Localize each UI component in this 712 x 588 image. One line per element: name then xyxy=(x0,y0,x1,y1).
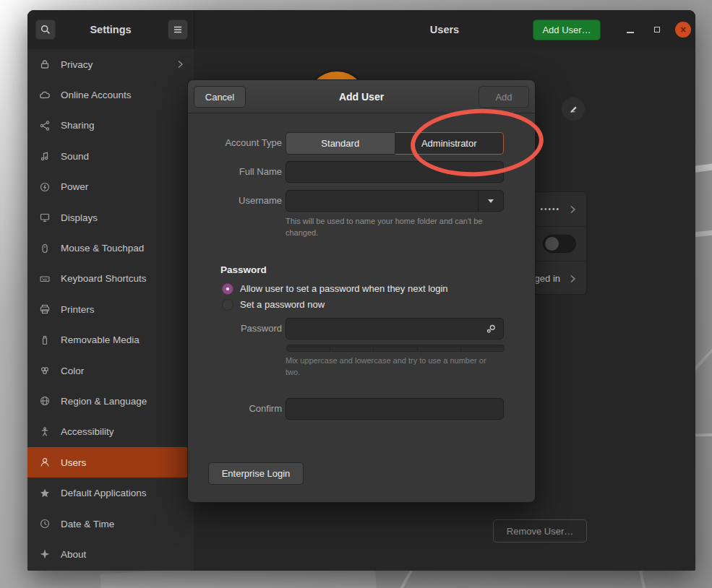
close-button[interactable]: × xyxy=(675,22,691,38)
password-label: Password xyxy=(188,318,282,340)
globe-icon xyxy=(39,395,51,407)
sidebar-item-about[interactable]: About xyxy=(27,539,194,569)
display-icon xyxy=(39,212,51,223)
search-icon xyxy=(40,24,51,35)
add-user-dialog: Add User Cancel Add Account Type Standar… xyxy=(187,79,536,503)
sidebar-item-privacy[interactable]: Privacy xyxy=(27,49,194,79)
toggle-switch[interactable] xyxy=(543,235,576,253)
username-dropdown-button[interactable] xyxy=(478,191,503,211)
primary-menu-button[interactable] xyxy=(168,20,188,40)
chevron-right-icon xyxy=(177,60,184,69)
sidebar-item-online-accounts[interactable]: Online Accounts xyxy=(27,79,194,110)
app-title: Settings xyxy=(56,10,165,49)
printer-icon xyxy=(39,303,51,315)
color-icon xyxy=(39,365,51,376)
add-button[interactable]: Add xyxy=(479,86,529,108)
cloud-icon xyxy=(39,90,51,101)
accessibility-icon xyxy=(39,426,51,438)
password-strength-hint: Mix uppercase and lowercase and try to u… xyxy=(286,355,501,379)
account-type-label: Account Type xyxy=(188,132,282,154)
hamburger-menu-icon xyxy=(173,25,183,34)
sidebar-item-sharing[interactable]: Sharing xyxy=(27,111,194,141)
username-combo-input[interactable] xyxy=(286,190,504,212)
clock-icon xyxy=(39,518,51,529)
radio-set-password-next-login[interactable] xyxy=(222,283,233,295)
star-icon xyxy=(39,488,51,499)
settings-window: Settings Users Add User… × PrivacyOnline… xyxy=(27,10,695,571)
generate-password-icon[interactable] xyxy=(485,323,497,335)
sidebar-item-mouse-touchpad[interactable]: Mouse & Touchpad xyxy=(27,233,194,263)
sidebar-item-power[interactable]: Power xyxy=(27,172,194,202)
username-label: Username xyxy=(188,190,282,212)
username-hint: This will be used to name your home fold… xyxy=(286,216,501,239)
standard-button[interactable]: Standard xyxy=(286,132,395,155)
sidebar-item-default-applications[interactable]: Default Applications xyxy=(27,477,194,508)
sidebar-item-sound[interactable]: Sound xyxy=(27,141,194,171)
account-type-segmented: Standard Administrator xyxy=(286,132,504,155)
sidebar-item-color[interactable]: Color xyxy=(27,355,194,386)
sidebar-item-accessibility[interactable]: Accessibility xyxy=(27,417,194,447)
radio-label-next-login: Allow user to set a password when they n… xyxy=(240,282,448,295)
full-name-input[interactable] xyxy=(286,161,504,183)
full-name-label: Full Name xyxy=(188,161,282,183)
removable-icon xyxy=(39,334,51,346)
radio-label-password-now: Set a password now xyxy=(240,298,325,311)
sidebar-item-date-time[interactable]: Date & Time xyxy=(27,509,194,539)
headerbar: Settings Users Add User… × xyxy=(27,10,695,50)
headerbar-sidebar-section: Settings xyxy=(27,10,194,49)
confirm-input[interactable] xyxy=(286,398,504,420)
lock-icon xyxy=(39,59,51,70)
window-controls: × xyxy=(622,21,691,38)
administrator-button[interactable]: Administrator xyxy=(395,132,505,155)
sidebar-item-removable-media[interactable]: Removable Media xyxy=(27,325,194,355)
chevron-down-icon xyxy=(488,199,494,203)
maximize-icon xyxy=(654,27,660,33)
session-row-text: ged in xyxy=(535,273,560,284)
keyboard-icon xyxy=(39,273,51,285)
add-user-header-button[interactable]: Add User… xyxy=(533,20,601,40)
cancel-button[interactable]: Cancel xyxy=(194,86,246,108)
password-dots: ••••• xyxy=(540,205,560,213)
desktop: Settings Users Add User… × PrivacyOnline… xyxy=(0,0,712,588)
sidebar-item-users[interactable]: Users xyxy=(27,447,194,477)
toggle-knob xyxy=(545,237,559,251)
chevron-right-icon xyxy=(570,274,576,283)
remove-user-button[interactable]: Remove User… xyxy=(493,519,587,542)
sidebar-item-printers[interactable]: Printers xyxy=(27,294,194,324)
chevron-right-icon xyxy=(570,205,576,214)
share-icon xyxy=(39,120,51,131)
password-section-heading: Password xyxy=(220,264,267,275)
page-title: Users xyxy=(194,10,695,49)
power-icon xyxy=(39,181,51,193)
sidebar-item-keyboard-shortcuts[interactable]: Keyboard Shortcuts xyxy=(27,264,194,294)
maximize-button[interactable] xyxy=(648,21,666,38)
sidebar-item-displays[interactable]: Displays xyxy=(27,202,194,233)
sound-icon xyxy=(39,150,51,162)
edit-avatar-button[interactable] xyxy=(561,97,586,121)
mouse-icon xyxy=(39,243,51,254)
about-icon xyxy=(39,548,51,560)
password-strength-meter xyxy=(286,345,505,352)
pencil-icon xyxy=(568,104,579,115)
sidebar-item-region-language[interactable]: Region & Language xyxy=(27,386,194,416)
minimize-button[interactable] xyxy=(622,21,639,38)
password-input[interactable] xyxy=(286,318,504,340)
sidebar: PrivacyOnline AccountsSharingSoundPowerD… xyxy=(27,49,194,571)
minimize-icon xyxy=(627,32,634,33)
search-button[interactable] xyxy=(35,20,56,40)
users-icon xyxy=(39,457,51,468)
confirm-label: Confirm xyxy=(188,398,282,420)
radio-set-password-now[interactable] xyxy=(222,299,233,311)
enterprise-login-button[interactable]: Enterprise Login xyxy=(208,462,304,485)
